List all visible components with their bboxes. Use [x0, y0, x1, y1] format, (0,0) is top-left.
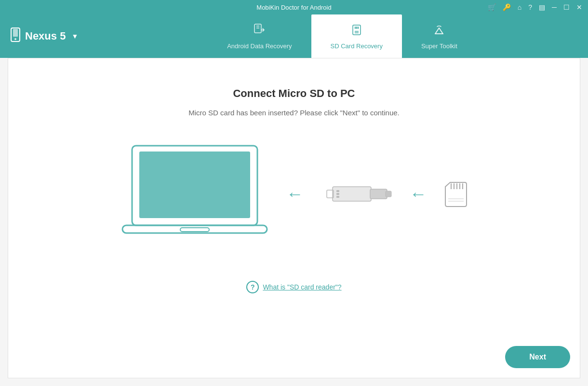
app-title: MobiKin Doctor for Android — [256, 4, 331, 11]
toolkit-icon — [432, 23, 446, 40]
device-icon — [10, 28, 21, 45]
next-button[interactable]: Next — [505, 346, 570, 368]
dropdown-arrow[interactable]: ▼ — [71, 32, 78, 40]
device-name: Nexus 5 — [25, 30, 66, 42]
window-controls: 🛒 🔑 ⌂ ? ▤ ─ ☐ ✕ — [488, 3, 582, 11]
close-icon[interactable]: ✕ — [576, 3, 582, 11]
svg-rect-13 — [370, 189, 387, 199]
android-recovery-label: Android Data Recovery — [227, 42, 292, 50]
key-icon[interactable]: 🔑 — [503, 3, 511, 11]
sd-recovery-icon — [350, 23, 363, 40]
device-section[interactable]: Nexus 5 ▼ — [0, 14, 96, 58]
sd-card-reader-help-link[interactable]: What is "SD card reader"? — [263, 283, 341, 291]
home-icon[interactable]: ⌂ — [518, 3, 521, 11]
sd-card-illustration — [441, 179, 470, 208]
help-icon[interactable]: ? — [528, 3, 532, 11]
tab-sd-card-recovery[interactable]: SD Card Recovery — [311, 14, 402, 58]
illustration: ← ← — [118, 136, 470, 252]
laptop-illustration — [118, 136, 272, 252]
maximize-icon[interactable]: ☐ — [563, 3, 570, 11]
arrow-left-icon: ← — [286, 184, 304, 204]
help-circle-icon: ? — [246, 281, 259, 293]
title-bar: MobiKin Doctor for Android 🛒 🔑 ⌂ ? ▤ ─ ☐… — [0, 0, 588, 14]
minimize-icon[interactable]: ─ — [552, 3, 557, 11]
tab-super-toolkit[interactable]: Super Toolkit — [402, 14, 477, 58]
svg-point-2 — [14, 38, 16, 40]
page-subtitle: Micro SD card has been inserted? Please … — [188, 109, 400, 117]
arrow-left-2-icon: ← — [410, 184, 427, 204]
svg-rect-5 — [355, 27, 356, 29]
page-title: Connect Micro SD to PC — [233, 87, 355, 100]
top-nav: Nexus 5 ▼ Android Data Recovery — [0, 14, 588, 58]
help-link-section: ? What is "SD card reader"? — [246, 281, 341, 293]
svg-rect-3 — [254, 24, 261, 33]
svg-rect-14 — [386, 191, 391, 197]
svg-rect-9 — [139, 152, 250, 218]
nav-tabs: Android Data Recovery SD Card Recovery — [96, 14, 588, 58]
android-recovery-icon — [253, 23, 266, 40]
svg-rect-1 — [13, 29, 18, 37]
sd-recovery-label: SD Card Recovery — [331, 42, 383, 50]
usb-reader-illustration — [318, 175, 395, 213]
svg-rect-18 — [336, 196, 339, 198]
main-content: Connect Micro SD to PC Micro SD card has… — [8, 58, 580, 378]
svg-rect-16 — [336, 190, 339, 192]
svg-rect-17 — [336, 193, 339, 195]
svg-rect-7 — [358, 27, 359, 29]
svg-rect-11 — [180, 228, 209, 232]
toolkit-label: Super Toolkit — [421, 42, 457, 50]
tab-android-data-recovery[interactable]: Android Data Recovery — [208, 14, 311, 58]
cart-icon[interactable]: 🛒 — [488, 3, 496, 11]
comment-icon[interactable]: ▤ — [539, 3, 545, 11]
svg-rect-6 — [356, 27, 357, 29]
